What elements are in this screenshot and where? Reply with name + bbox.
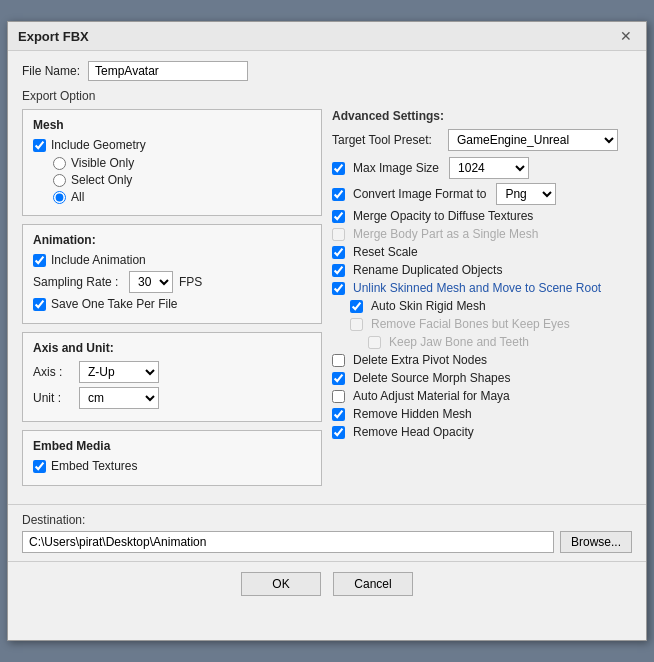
visible-only-label: Visible Only: [71, 156, 134, 170]
merge-opacity-checkbox[interactable]: [332, 210, 345, 223]
axis-unit-title: Axis and Unit:: [33, 341, 311, 355]
remove-hidden-label: Remove Hidden Mesh: [353, 407, 472, 421]
save-one-take-checkbox[interactable]: [33, 298, 46, 311]
visible-only-radio[interactable]: [53, 157, 66, 170]
destination-input[interactable]: [22, 531, 554, 553]
include-animation-checkbox[interactable]: [33, 254, 46, 267]
unlink-skinned-label: Unlink Skinned Mesh and Move to Scene Ro…: [353, 281, 601, 295]
animation-section-title: Animation:: [33, 233, 311, 247]
file-name-label: File Name:: [22, 64, 80, 78]
target-label: Target Tool Preset:: [332, 133, 442, 147]
embed-media-title: Embed Media: [33, 439, 311, 453]
auto-adjust-checkbox[interactable]: [332, 390, 345, 403]
max-image-size-select[interactable]: 1024: [449, 157, 529, 179]
sampling-rate-label: Sampling Rate :: [33, 275, 123, 289]
sampling-rate-select[interactable]: 30: [129, 271, 173, 293]
include-geometry-label: Include Geometry: [51, 138, 146, 152]
cancel-button[interactable]: Cancel: [333, 572, 413, 596]
remove-hidden-checkbox[interactable]: [332, 408, 345, 421]
export-option-label: Export Option: [22, 89, 632, 103]
save-one-take-label: Save One Take Per File: [51, 297, 178, 311]
select-only-label: Select Only: [71, 173, 132, 187]
delete-morph-label: Delete Source Morph Shapes: [353, 371, 510, 385]
unlink-skinned-checkbox[interactable]: [332, 282, 345, 295]
include-animation-label: Include Animation: [51, 253, 146, 267]
axis-select[interactable]: Z-Up: [79, 361, 159, 383]
dialog-title: Export FBX: [18, 29, 89, 44]
ok-button[interactable]: OK: [241, 572, 321, 596]
convert-format-label: Convert Image Format to: [353, 187, 486, 201]
convert-format-checkbox[interactable]: [332, 188, 345, 201]
reset-scale-checkbox[interactable]: [332, 246, 345, 259]
include-geometry-checkbox[interactable]: [33, 139, 46, 152]
embed-textures-checkbox[interactable]: [33, 460, 46, 473]
file-name-input[interactable]: [88, 61, 248, 81]
max-image-size-checkbox[interactable]: [332, 162, 345, 175]
all-label: All: [71, 190, 84, 204]
remove-head-opacity-checkbox[interactable]: [332, 426, 345, 439]
merge-body-label: Merge Body Part as a Single Mesh: [353, 227, 538, 241]
rename-duplicated-label: Rename Duplicated Objects: [353, 263, 502, 277]
rename-duplicated-checkbox[interactable]: [332, 264, 345, 277]
keep-jaw-checkbox[interactable]: [368, 336, 381, 349]
delete-pivot-label: Delete Extra Pivot Nodes: [353, 353, 487, 367]
mesh-section-title: Mesh: [33, 118, 311, 132]
auto-skin-label: Auto Skin Rigid Mesh: [371, 299, 486, 313]
remove-facial-label: Remove Facial Bones but Keep Eyes: [371, 317, 570, 331]
remove-facial-checkbox[interactable]: [350, 318, 363, 331]
unit-select[interactable]: cm: [79, 387, 159, 409]
target-select[interactable]: GameEngine_Unreal: [448, 129, 618, 151]
max-image-size-label: Max Image Size: [353, 161, 439, 175]
delete-morph-checkbox[interactable]: [332, 372, 345, 385]
keep-jaw-label: Keep Jaw Bone and Teeth: [389, 335, 529, 349]
advanced-settings-title: Advanced Settings:: [332, 109, 632, 123]
merge-opacity-label: Merge Opacity to Diffuse Textures: [353, 209, 533, 223]
destination-label: Destination:: [22, 513, 632, 527]
auto-skin-checkbox[interactable]: [350, 300, 363, 313]
merge-body-checkbox[interactable]: [332, 228, 345, 241]
select-only-radio[interactable]: [53, 174, 66, 187]
close-button[interactable]: ✕: [616, 28, 636, 44]
auto-adjust-label: Auto Adjust Material for Maya: [353, 389, 510, 403]
delete-pivot-checkbox[interactable]: [332, 354, 345, 367]
embed-textures-label: Embed Textures: [51, 459, 138, 473]
browse-button[interactable]: Browse...: [560, 531, 632, 553]
all-radio[interactable]: [53, 191, 66, 204]
remove-head-opacity-label: Remove Head Opacity: [353, 425, 474, 439]
reset-scale-label: Reset Scale: [353, 245, 418, 259]
axis-label: Axis :: [33, 365, 73, 379]
fps-label: FPS: [179, 275, 202, 289]
convert-format-select[interactable]: Png: [496, 183, 556, 205]
unit-label: Unit :: [33, 391, 73, 405]
